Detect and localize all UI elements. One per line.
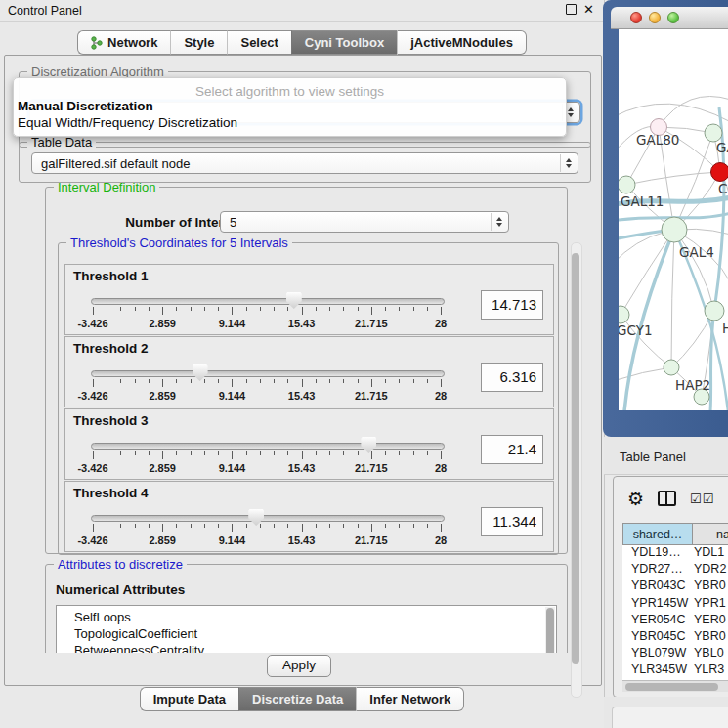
slider-tick-labels: -3.4262.8599.14415.4321.71528 <box>93 535 441 546</box>
list-item[interactable]: TopologicalCoefficient <box>57 625 556 642</box>
threshold-panel-4: Threshold 4-3.4262.8599.14415.4321.71528… <box>64 481 554 552</box>
tab-jactivemnodules[interactable]: jActiveMNodules <box>397 30 527 55</box>
network-node[interactable] <box>705 301 724 321</box>
table-row[interactable]: YPR145WYPR1 <box>622 596 728 613</box>
network-node[interactable] <box>619 306 629 323</box>
dropdown-item-equal-width-frequency[interactable]: Equal Width/Frequency Discretization <box>14 115 566 132</box>
dropdown-placeholder: Select algorithm to view settings <box>14 84 566 99</box>
checkbox-checked-icons[interactable]: ☑☑ <box>690 492 714 506</box>
network-node[interactable] <box>619 176 635 193</box>
network-icon <box>91 36 103 50</box>
threshold-1-value-field[interactable]: 14.713 <box>481 290 543 320</box>
num-intervals-combobox[interactable]: 5 <box>220 211 509 233</box>
list-item[interactable]: SelfLoops <box>57 609 556 625</box>
numerical-attributes-label: Numerical Attributes <box>56 582 185 597</box>
node-label: H <box>722 321 728 336</box>
threshold-panel-2: Threshold 2-3.4262.8599.14415.4321.71528… <box>64 336 554 407</box>
tick-label: 2.859 <box>149 462 176 474</box>
network-view-window: GAL80GACGAL11GAL4GCY1HHAP2 <box>603 0 728 437</box>
split-view-icon[interactable] <box>658 491 676 506</box>
tick-label: 15.43 <box>288 390 316 402</box>
table-row[interactable]: YLR345WYLR3 <box>622 663 728 679</box>
close-icon[interactable]: ✕ <box>583 3 594 16</box>
threshold-label: Threshold 4 <box>73 486 149 500</box>
node-label: GA <box>716 140 728 155</box>
threshold-2-value-field[interactable]: 6.316 <box>481 363 543 392</box>
table-row[interactable]: YER054CYER0 <box>622 613 728 629</box>
network-node[interactable] <box>664 360 679 375</box>
tick-label: 21.715 <box>355 462 388 474</box>
threshold-4-value-field[interactable]: 11.344 <box>481 507 543 536</box>
thresholds-group: Threshold's Coordinates for 5 Intervals … <box>58 242 559 555</box>
threshold-panel-3: Threshold 3-3.4262.8599.14415.4321.71528… <box>64 408 554 480</box>
group-legend: Attributes to discretize <box>54 557 187 572</box>
threshold-2-slider[interactable]: -3.4262.8599.14415.4321.71528 <box>91 364 443 404</box>
group-legend: Interval Definition <box>54 183 159 194</box>
interval-definition-group: Interval Definition Number of Intervals … <box>45 187 568 554</box>
threshold-3-value-field[interactable]: 21.4 <box>481 435 543 464</box>
num-intervals-value: 5 <box>230 215 236 230</box>
slider-tick-labels: -3.4262.8599.14415.4321.71528 <box>93 390 441 402</box>
dropdown-item-manual-discretization[interactable]: Manual Discretization <box>14 99 566 115</box>
tab-select[interactable]: Select <box>227 30 290 55</box>
table-row[interactable]: YBR045CYBR0 <box>622 629 728 646</box>
threshold-label: Threshold 3 <box>73 413 149 428</box>
list-scrollbar[interactable] <box>545 607 555 653</box>
table-horizontal-scrollbar[interactable] <box>622 680 728 692</box>
table-panel-title: Table Panel <box>620 450 686 464</box>
cell-name: YER0 <box>694 613 726 626</box>
table-row[interactable]: YBL079WYBL0 <box>622 646 728 663</box>
network-window-titlebar[interactable] <box>611 7 728 29</box>
settings-vertical-scrollbar[interactable] <box>571 242 582 698</box>
attributes-group: Attributes to discretize Numerical Attri… <box>45 564 568 653</box>
network-canvas[interactable]: GAL80GACGAL11GAL4GCY1HHAP2 <box>619 29 728 410</box>
cell-shared-name: YBL079W <box>622 646 694 660</box>
tick-label: 2.859 <box>149 390 176 402</box>
tick-label: -3.426 <box>77 462 107 474</box>
algorithm-dropdown-popup: Select algorithm to view settings Manual… <box>13 77 567 137</box>
column-header-name[interactable]: na <box>692 523 728 545</box>
table-panel-header: Table Panel <box>604 437 728 475</box>
column-header-shared-name[interactable]: shared… <box>622 523 693 545</box>
threshold-1-slider[interactable]: -3.4262.8599.14415.4321.71528 <box>91 292 443 331</box>
float-icon[interactable] <box>566 4 577 15</box>
cell-name: YDL1 <box>694 545 724 559</box>
tab-style[interactable]: Style <box>170 30 227 55</box>
network-node[interactable] <box>711 163 728 182</box>
tick-label: 2.859 <box>149 535 176 546</box>
node-label: GAL11 <box>621 193 664 209</box>
cell-name: YBR0 <box>694 578 726 592</box>
zoom-traffic-light[interactable] <box>667 12 679 23</box>
tab-discretize-data[interactable]: Discretize Data <box>238 687 356 711</box>
threshold-3-slider[interactable]: -3.4262.8599.14415.4321.71528 <box>91 437 443 476</box>
threshold-4-slider[interactable]: -3.4262.8599.14415.4321.71528 <box>91 509 443 548</box>
cell-name: YDR2 <box>694 562 726 576</box>
table-row[interactable]: YDR27…YDR2 <box>622 562 728 578</box>
table-row[interactable]: YDL19…YDL1 <box>622 545 728 562</box>
tick-label: 15.43 <box>288 462 316 474</box>
list-item[interactable]: BetweennessCentrality <box>57 642 556 653</box>
table-data-combobox[interactable]: galFiltered.sif default node <box>31 152 578 174</box>
node-label: C <box>718 181 727 196</box>
tab-cyni-toolbox[interactable]: Cyni Toolbox <box>291 30 397 55</box>
numerical-attributes-list[interactable]: SelfLoopsTopologicalCoefficientBetweenne… <box>56 605 557 653</box>
combo-stepper-icon <box>491 213 507 231</box>
network-graph: GAL80GACGAL11GAL4GCY1HHAP2 <box>619 29 728 410</box>
table-row[interactable]: YBR043CYBR0 <box>622 578 728 595</box>
minimize-traffic-light[interactable] <box>649 12 661 23</box>
tab-network[interactable]: Network <box>77 30 170 55</box>
close-traffic-light[interactable] <box>630 12 642 23</box>
apply-button[interactable]: Apply <box>267 655 331 677</box>
slider-ticks <box>93 379 441 388</box>
tab-label: Cyni Toolbox <box>305 34 384 51</box>
tab-impute-data[interactable]: Impute Data <box>140 687 238 711</box>
cyni-toolbox-panel: Discretization Algorithm Select algorith… <box>4 55 602 686</box>
cell-shared-name: YBR043C <box>622 578 694 592</box>
cell-shared-name: YDR27… <box>622 562 694 576</box>
settings-scroll-area: Interval Definition Number of Intervals … <box>11 183 595 653</box>
network-node[interactable] <box>662 217 687 242</box>
tab-infer-network[interactable]: Infer Network <box>356 687 464 711</box>
tab-label: Network <box>107 34 157 51</box>
tab-label: Infer Network <box>369 691 450 707</box>
gear-icon[interactable]: ⚙ <box>627 490 644 508</box>
